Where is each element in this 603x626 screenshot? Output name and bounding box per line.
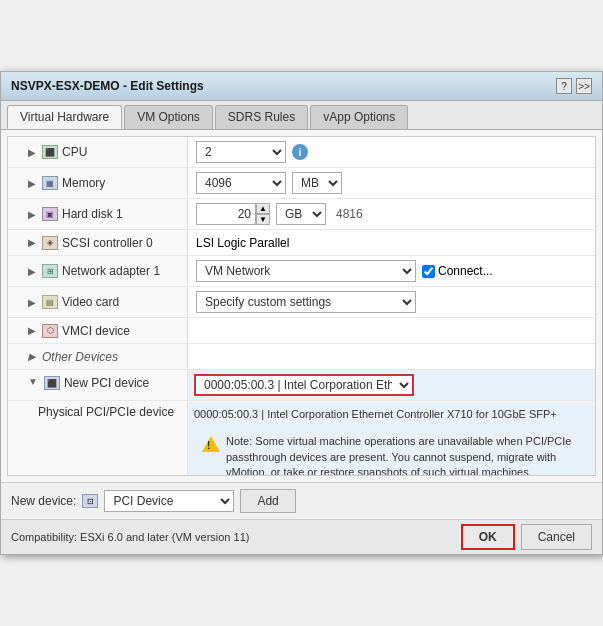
- vmci-row: ▶ ⬡ VMCI device: [8, 318, 595, 344]
- add-device-button[interactable]: Add: [240, 489, 295, 513]
- pci-physical-value-col: 0000:05:00.3 | Intel Corporation Etherne…: [188, 401, 595, 476]
- new-pci-value-col: 0000:05:00.3 | Intel Corporation Ethe: [188, 370, 595, 400]
- cpu-expand[interactable]: ▶: [28, 147, 36, 158]
- network-connect-checkbox-area: Connect...: [422, 264, 493, 278]
- video-card-expand[interactable]: ▶: [28, 297, 36, 308]
- new-pci-label: New PCI device: [64, 376, 149, 390]
- other-devices-expand[interactable]: ▶: [28, 351, 36, 362]
- hard-disk-spinner-buttons: ▲ ▼: [256, 203, 270, 225]
- network-expand[interactable]: ▶: [28, 266, 36, 277]
- cancel-button[interactable]: Cancel: [521, 524, 592, 550]
- vmci-icon: ⬡: [42, 324, 58, 338]
- video-card-label: Video card: [62, 295, 119, 309]
- hard-disk-label-col: ▶ ▣ Hard disk 1: [8, 199, 188, 229]
- footer-pci-icon: ⊡: [82, 494, 98, 508]
- cpu-select[interactable]: 2: [196, 141, 286, 163]
- memory-expand[interactable]: ▶: [28, 178, 36, 189]
- tab-vapp-options[interactable]: vApp Options: [310, 105, 408, 129]
- hard-disk-up[interactable]: ▲: [256, 203, 270, 214]
- pci-physical-label: Physical PCI/PCIe device: [38, 405, 174, 419]
- scsi-value-col: LSI Logic Parallel: [188, 230, 595, 255]
- pci-icon: ⬛: [44, 376, 60, 390]
- scsi-label: SCSI controller 0: [62, 236, 153, 250]
- new-device-select[interactable]: PCI Device: [104, 490, 234, 512]
- tab-virtual-hardware[interactable]: Virtual Hardware: [7, 105, 122, 129]
- memory-value-col: 4096 MB: [188, 168, 595, 198]
- action-buttons: OK Cancel: [461, 524, 592, 550]
- device-list: ▶ ⬛ CPU 2 i ▶ ▦ Memory 4096: [7, 136, 596, 476]
- tabs-container: Virtual Hardware VM Options SDRS Rules v…: [1, 101, 602, 130]
- network-label-col: ▶ ⊞ Network adapter 1: [8, 256, 188, 286]
- tab-sdrs-rules[interactable]: SDRS Rules: [215, 105, 308, 129]
- title-bar: NSVPX-ESX-DEMO - Edit Settings ? >>: [1, 72, 602, 101]
- hard-disk-spinner: ▲ ▼: [196, 203, 270, 225]
- dialog-title: NSVPX-ESX-DEMO - Edit Settings: [11, 79, 204, 93]
- other-devices-label-col: ▶ Other Devices: [8, 344, 188, 369]
- hard-disk-row: ▶ ▣ Hard disk 1 ▲ ▼ GB 4816: [8, 199, 595, 230]
- vmci-value-col: [188, 318, 595, 343]
- network-row: ▶ ⊞ Network adapter 1 VM Network Connect…: [8, 256, 595, 287]
- video-card-row: ▶ ▤ Video card Specify custom settings: [8, 287, 595, 318]
- hard-disk-label: Hard disk 1: [62, 207, 123, 221]
- memory-label-col: ▶ ▦ Memory: [8, 168, 188, 198]
- pci-full-description: 0000:05:00.3 | Intel Corporation Etherne…: [194, 405, 589, 424]
- network-connect-checkbox[interactable]: [422, 265, 435, 278]
- edit-settings-dialog: NSVPX-ESX-DEMO - Edit Settings ? >> Virt…: [0, 71, 603, 555]
- scsi-expand[interactable]: ▶: [28, 237, 36, 248]
- other-devices-row: ▶ Other Devices: [8, 344, 595, 370]
- hdd-icon: ▣: [42, 207, 58, 221]
- new-device-label: New device:: [11, 494, 76, 508]
- hard-disk-extra: 4816: [336, 207, 363, 221]
- video-card-select[interactable]: Specify custom settings: [196, 291, 416, 313]
- cpu-label: CPU: [62, 145, 87, 159]
- footer: New device: ⊡ PCI Device Add: [1, 482, 602, 519]
- memory-select[interactable]: 4096: [196, 172, 286, 194]
- cpu-label-col: ▶ ⬛ CPU: [8, 137, 188, 167]
- footer-left: New device: ⊡ PCI Device Add: [11, 489, 592, 513]
- cpu-value-col: 2 i: [188, 137, 595, 167]
- memory-icon: ▦: [42, 176, 58, 190]
- hard-disk-input[interactable]: [196, 203, 256, 225]
- ok-button[interactable]: OK: [461, 524, 515, 550]
- status-bar: Compatibility: ESXi 6.0 and later (VM ve…: [11, 531, 249, 543]
- title-bar-controls: ? >>: [556, 78, 592, 94]
- cpu-icon: ⬛: [42, 145, 58, 159]
- hard-disk-expand[interactable]: ▶: [28, 209, 36, 220]
- hard-disk-down[interactable]: ▼: [256, 214, 270, 225]
- memory-unit-select[interactable]: MB: [292, 172, 342, 194]
- tab-vm-options[interactable]: VM Options: [124, 105, 213, 129]
- pin-icon[interactable]: >>: [576, 78, 592, 94]
- pci-warning-area: Note: Some virtual machine operations ar…: [194, 428, 589, 476]
- new-pci-label-col: ▼ ⬛ New PCI device: [8, 370, 188, 400]
- pci-device-select[interactable]: 0000:05:00.3 | Intel Corporation Ethe: [194, 374, 414, 396]
- vmci-label: VMCI device: [62, 324, 130, 338]
- video-card-value-col: Specify custom settings: [188, 287, 595, 317]
- network-select[interactable]: VM Network: [196, 260, 416, 282]
- vmci-expand[interactable]: ▶: [28, 325, 36, 336]
- pci-physical-row: Physical PCI/PCIe device 0000:05:00.3 | …: [8, 401, 595, 476]
- scsi-value: LSI Logic Parallel: [196, 236, 289, 250]
- vmci-label-col: ▶ ⬡ VMCI device: [8, 318, 188, 343]
- scsi-label-col: ▶ ◈ SCSI controller 0: [8, 230, 188, 255]
- hard-disk-unit-select[interactable]: GB: [276, 203, 326, 225]
- pci-physical-label-col: Physical PCI/PCIe device: [8, 401, 188, 476]
- cpu-info-icon[interactable]: i: [292, 144, 308, 160]
- pci-warning-text: Note: Some virtual machine operations ar…: [226, 434, 581, 476]
- scsi-row: ▶ ◈ SCSI controller 0 LSI Logic Parallel: [8, 230, 595, 256]
- memory-label: Memory: [62, 176, 105, 190]
- network-connect-label: Connect...: [438, 264, 493, 278]
- help-icon[interactable]: ?: [556, 78, 572, 94]
- new-pci-device-row: ▼ ⬛ New PCI device 0000:05:00.3 | Intel …: [8, 370, 595, 401]
- video-card-label-col: ▶ ▤ Video card: [8, 287, 188, 317]
- other-devices-label: Other Devices: [42, 350, 118, 364]
- scsi-icon: ◈: [42, 236, 58, 250]
- network-label: Network adapter 1: [62, 264, 160, 278]
- net-icon: ⊞: [42, 264, 58, 278]
- new-pci-expand[interactable]: ▼: [28, 376, 38, 387]
- warning-triangle-icon: [202, 436, 220, 452]
- hard-disk-value-col: ▲ ▼ GB 4816: [188, 199, 595, 229]
- video-icon: ▤: [42, 295, 58, 309]
- cpu-row: ▶ ⬛ CPU 2 i: [8, 137, 595, 168]
- memory-row: ▶ ▦ Memory 4096 MB: [8, 168, 595, 199]
- other-devices-value-col: [188, 344, 595, 369]
